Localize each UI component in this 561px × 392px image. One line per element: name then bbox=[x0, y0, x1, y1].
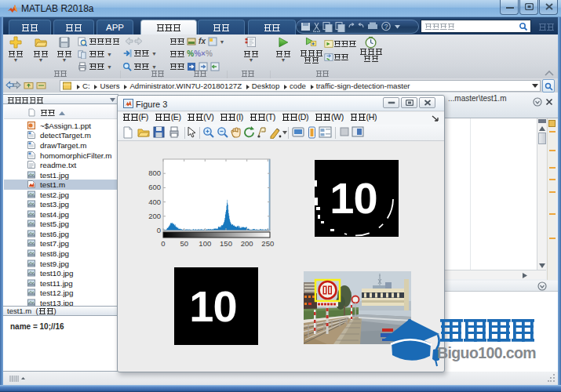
svg-text:150: 150 bbox=[220, 239, 232, 248]
svg-text:0: 0 bbox=[157, 226, 161, 234]
svg-text:0: 0 bbox=[161, 239, 165, 248]
svg-text:?: ? bbox=[384, 23, 388, 31]
svg-text:200: 200 bbox=[148, 212, 161, 220]
svg-text:400: 400 bbox=[148, 198, 161, 206]
svg-text:800: 800 bbox=[148, 169, 161, 177]
svg-text:100: 100 bbox=[199, 239, 211, 248]
svg-text:200: 200 bbox=[241, 239, 253, 248]
svg-text:600: 600 bbox=[148, 183, 161, 191]
svg-text:50: 50 bbox=[180, 239, 188, 248]
svg-text:250: 250 bbox=[261, 239, 274, 248]
